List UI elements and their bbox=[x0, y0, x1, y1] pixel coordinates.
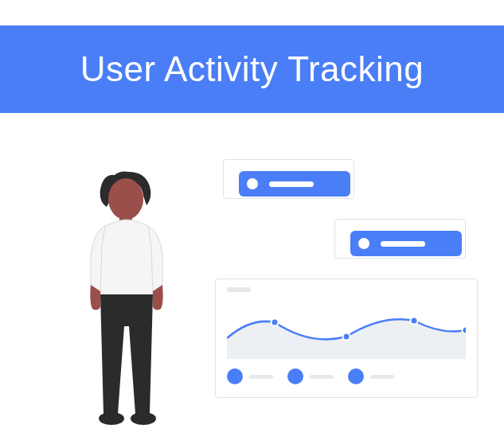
page-title: User Activity Tracking bbox=[80, 49, 424, 89]
dot-icon bbox=[358, 238, 369, 249]
svg-point-3 bbox=[131, 412, 156, 425]
svg-point-4 bbox=[272, 319, 279, 326]
svg-point-5 bbox=[343, 333, 350, 341]
legend-item bbox=[348, 368, 394, 384]
svg-point-2 bbox=[99, 412, 124, 425]
placeholder-line bbox=[381, 241, 425, 247]
illustration bbox=[0, 143, 504, 446]
placeholder-line bbox=[269, 181, 314, 187]
dot-icon bbox=[247, 178, 258, 189]
activity-pill-1 bbox=[239, 171, 350, 197]
chart-legend bbox=[227, 368, 466, 384]
legend-label-placeholder bbox=[249, 375, 273, 379]
header-banner: User Activity Tracking bbox=[0, 25, 504, 113]
legend-dot-icon bbox=[287, 368, 303, 384]
legend-label-placeholder bbox=[310, 375, 334, 379]
chart-title-placeholder bbox=[227, 287, 251, 292]
chart-panel bbox=[215, 279, 478, 398]
legend-dot-icon bbox=[227, 368, 243, 384]
svg-point-7 bbox=[463, 327, 467, 334]
chart-area bbox=[227, 298, 466, 359]
legend-dot-icon bbox=[348, 368, 364, 384]
legend-item bbox=[287, 368, 334, 384]
person-illustration bbox=[80, 167, 175, 433]
legend-item bbox=[227, 368, 273, 384]
legend-label-placeholder bbox=[370, 375, 394, 379]
svg-point-6 bbox=[411, 317, 418, 325]
activity-pill-2 bbox=[350, 231, 462, 256]
